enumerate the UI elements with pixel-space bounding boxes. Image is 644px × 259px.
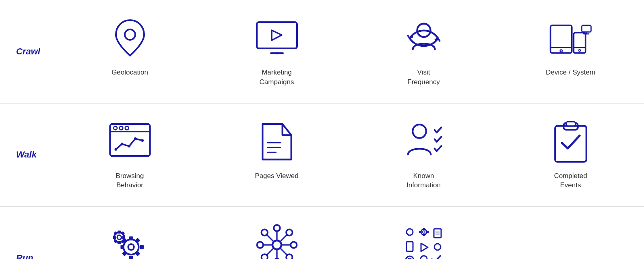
svg-line-64	[266, 235, 274, 242]
svg-point-22	[128, 145, 130, 147]
svg-rect-74	[423, 228, 425, 230]
cell-pages-viewed: Pages Viewed	[203, 104, 350, 207]
svg-point-61	[291, 242, 297, 248]
cell-visit-frequency: VisitFrequency	[350, 0, 497, 103]
svg-point-45	[117, 235, 121, 239]
marketing-campaigns-label: MarketingCampaigns	[260, 68, 294, 87]
svg-rect-33	[566, 122, 575, 126]
pages-viewed-label: Pages Viewed	[255, 171, 298, 181]
cell-browsing-behavior: BrowsingBehavior	[56, 104, 203, 207]
geolocation-icon	[108, 16, 152, 60]
svg-rect-37	[129, 256, 133, 259]
known-information-icon	[402, 120, 446, 164]
svg-rect-47	[118, 241, 121, 244]
svg-rect-49	[122, 236, 125, 239]
completed-events-icon	[549, 120, 593, 164]
svg-rect-43	[135, 251, 140, 256]
completed-events-label: CompletedEvents	[554, 171, 587, 191]
svg-rect-12	[582, 25, 591, 32]
browsing-behavior-icon	[108, 120, 152, 164]
cell-marketing-campaigns: MarketingCampaigns	[203, 0, 350, 103]
svg-point-17	[114, 126, 117, 130]
cell-completed-events: CompletedEvents	[497, 104, 644, 207]
cell-cross-channel-behavior: Cross-ChannelBehavior	[203, 207, 350, 259]
svg-point-59	[257, 242, 263, 248]
svg-point-4	[276, 52, 278, 54]
svg-line-66	[280, 235, 287, 242]
svg-rect-78	[434, 229, 441, 238]
marketing-campaigns-icon	[255, 16, 299, 60]
crm-integration-icon	[108, 223, 152, 259]
svg-point-65	[286, 230, 292, 236]
svg-rect-39	[140, 245, 143, 249]
row-label-run: Run	[0, 207, 56, 259]
svg-rect-1	[257, 22, 297, 48]
device-system-label: Device / System	[546, 68, 595, 77]
svg-point-71	[407, 229, 413, 235]
svg-point-72	[421, 229, 427, 235]
svg-rect-38	[120, 245, 124, 249]
svg-point-0	[125, 29, 135, 40]
svg-marker-82	[421, 243, 428, 251]
visit-frequency-icon	[402, 16, 446, 60]
svg-rect-75	[423, 234, 425, 236]
cell-crm-integration: CRM Integration	[56, 207, 203, 259]
svg-point-8	[560, 50, 562, 52]
svg-point-21	[120, 143, 123, 145]
svg-rect-42	[122, 251, 127, 256]
svg-point-30	[413, 124, 426, 138]
svg-point-20	[114, 148, 117, 151]
svg-rect-41	[135, 238, 140, 243]
svg-point-18	[119, 126, 123, 130]
svg-rect-46	[118, 231, 121, 234]
svg-rect-76	[419, 231, 421, 233]
pages-viewed-icon	[255, 120, 299, 164]
svg-point-63	[261, 230, 267, 236]
cell-empty	[497, 207, 644, 259]
svg-line-70	[280, 248, 287, 255]
combination-of-above-icon	[402, 223, 446, 259]
svg-point-83	[434, 244, 441, 250]
svg-rect-48	[113, 236, 116, 239]
cross-channel-behavior-icon	[255, 223, 299, 259]
row-label-crawl: Crawl	[0, 0, 56, 103]
svg-point-11	[578, 50, 580, 52]
svg-point-19	[125, 126, 128, 130]
cell-known-information: KnownInformation	[350, 104, 497, 207]
browsing-behavior-label: BrowsingBehavior	[116, 171, 144, 191]
svg-rect-9	[574, 33, 585, 53]
cell-device-system: Device / System	[497, 0, 644, 103]
svg-marker-2	[272, 30, 282, 40]
visit-frequency-label: VisitFrequency	[407, 68, 440, 87]
svg-point-55	[274, 225, 280, 231]
geolocation-label: Geolocation	[111, 68, 148, 77]
svg-rect-6	[550, 25, 572, 53]
svg-point-23	[134, 137, 136, 140]
svg-point-24	[141, 139, 144, 142]
svg-rect-36	[129, 236, 133, 240]
cell-geolocation: Geolocation	[56, 0, 203, 103]
device-system-icon	[549, 16, 593, 60]
main-grid: Crawl Geolocation MarketingCampaigns	[0, 0, 644, 259]
svg-rect-77	[427, 231, 429, 233]
svg-rect-81	[407, 242, 413, 251]
svg-rect-15	[110, 124, 150, 156]
cell-combination-of-above: Combination ofAbove	[350, 207, 497, 259]
svg-point-35	[128, 244, 134, 250]
row-label-walk: Walk	[0, 104, 56, 207]
svg-line-68	[266, 248, 274, 255]
svg-point-85	[421, 256, 427, 259]
svg-point-73	[423, 231, 425, 233]
known-information-label: KnownInformation	[407, 171, 441, 191]
